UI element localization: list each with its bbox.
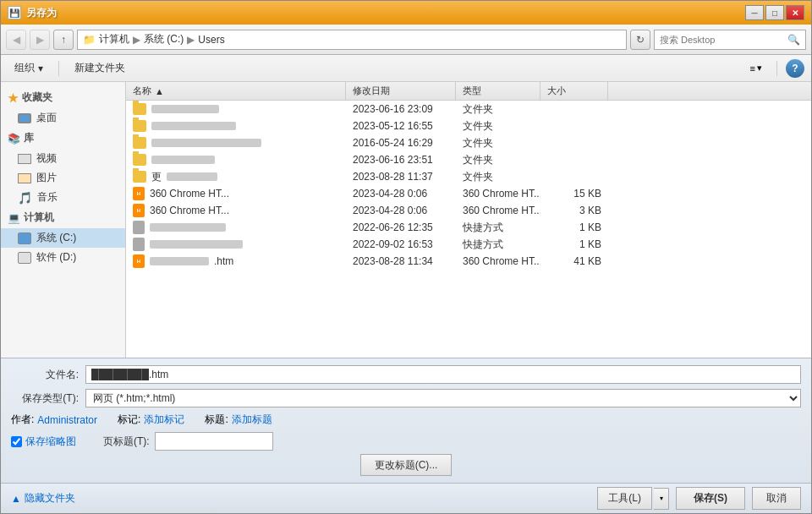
file-name-cell — [126, 134, 346, 151]
folder-icon — [133, 154, 146, 166]
breadcrumb-computer[interactable]: 计算机 — [99, 32, 129, 46]
author-item: 作者: Administrator — [11, 413, 97, 427]
file-date-cell: 2022-06-26 12:35 — [346, 219, 456, 236]
search-icon: 🔍 — [787, 34, 800, 46]
up-button[interactable]: ↑ — [53, 30, 74, 50]
file-size-cell — [540, 101, 608, 118]
file-type-cell: 360 Chrome HT... — [456, 253, 540, 270]
file-name — [151, 122, 236, 130]
add-tag-link[interactable]: 添加标记 — [144, 413, 184, 427]
view-icon: ≡ — [750, 63, 755, 74]
hide-folder-label: 隐藏文件夹 — [25, 491, 75, 506]
breadcrumb-drive[interactable]: 系统 (C:) — [144, 32, 184, 46]
table-row[interactable]: 2016-05-24 16:29 文件夹 — [126, 134, 811, 151]
new-folder-button[interactable]: 新建文件夹 — [68, 58, 132, 78]
maximize-button[interactable]: □ — [765, 5, 784, 20]
shortcut-icon — [133, 238, 145, 251]
file-name — [150, 240, 243, 249]
sidebar-item-music[interactable]: 🎵 音乐 — [1, 188, 125, 207]
file-name-blurred — [150, 257, 209, 265]
file-date-cell: 2023-04-28 0:06 — [346, 202, 456, 219]
sidebar-item-drive-d[interactable]: 软件 (D:) — [1, 248, 125, 267]
file-name-cell — [126, 236, 346, 253]
file-date-cell: 2022-09-02 16:53 — [346, 236, 456, 253]
col-header-size[interactable]: 大小 — [540, 82, 608, 100]
table-row[interactable]: 2022-09-02 16:53 快捷方式 1 KB — [126, 236, 811, 253]
sidebar-item-picture[interactable]: 图片 — [1, 168, 125, 188]
sidebar-item-desktop[interactable]: 桌面 — [1, 108, 125, 128]
save-thumbnail-label[interactable]: 保存缩略图 — [11, 435, 76, 449]
close-button[interactable]: ✕ — [786, 5, 804, 20]
tools-dropdown-button[interactable]: ▾ — [654, 488, 669, 510]
organize-button[interactable]: 组织 ▾ — [8, 58, 50, 78]
tag-label: 标记: — [118, 413, 140, 427]
page-title-input[interactable] — [155, 432, 273, 451]
sidebar-item-picture-label: 图片 — [36, 171, 57, 185]
file-date-cell: 2023-05-12 16:55 — [346, 118, 456, 134]
html-icon: H — [133, 204, 145, 217]
thumbnail-row: 保存缩略图 页标题(T): — [11, 432, 801, 451]
favorites-section: ★ 收藏夹 — [1, 87, 125, 108]
save-button[interactable]: 保存(S) — [676, 487, 745, 510]
refresh-button[interactable]: ↻ — [630, 30, 650, 50]
view-button[interactable]: ≡ ▾ — [744, 59, 768, 77]
sidebar-item-video-label: 视频 — [36, 151, 57, 166]
table-row[interactable]: 2023-06-16 23:51 文件夹 — [126, 151, 811, 168]
folder-icon — [133, 171, 146, 183]
meta-row: 作者: Administrator 标记: 添加标记 标题: 添加标题 — [11, 413, 801, 427]
table-row[interactable]: H .htm 2023-08-28 11:34 360 Chrome HT...… — [126, 253, 811, 270]
breadcrumb-folder[interactable]: Users — [198, 34, 224, 46]
title-controls: ─ □ ✕ — [745, 5, 804, 20]
table-row[interactable]: 2022-06-26 12:35 快捷方式 1 KB — [126, 219, 811, 236]
search-input[interactable] — [660, 35, 784, 45]
back-button[interactable]: ◀ — [6, 30, 26, 50]
minimize-button[interactable]: ─ — [745, 5, 764, 20]
breadcrumb[interactable]: 📁 计算机 ▶ 系统 (C:) ▶ Users — [77, 30, 627, 50]
filename-input[interactable] — [85, 365, 801, 384]
video-icon — [18, 154, 31, 164]
change-title-button[interactable]: 更改标题(C)... — [360, 454, 453, 476]
col-header-type[interactable]: 类型 — [456, 82, 540, 100]
file-type-cell: 文件夹 — [456, 168, 540, 185]
bottom-panel: 文件名: 保存类型(T): 网页 (*.htm;*.html) 作者: Admi… — [1, 358, 811, 483]
breadcrumb-folder-icon: 📁 — [83, 34, 96, 46]
file-name — [151, 105, 219, 113]
library-label: 库 — [24, 131, 34, 145]
folder-icon — [133, 103, 146, 115]
table-row[interactable]: 更 2023-08-28 11:37 文件夹 — [126, 168, 811, 185]
file-name — [150, 223, 226, 232]
toolbar: 组织 ▾ 新建文件夹 ≡ ▾ ? — [1, 55, 811, 82]
tools-button[interactable]: 工具(L) — [597, 487, 652, 510]
col-header-date[interactable]: 修改日期 — [346, 82, 456, 100]
sidebar-item-drive-d-label: 软件 (D:) — [36, 250, 76, 265]
file-date-cell: 2023-06-16 23:51 — [346, 151, 456, 168]
table-row[interactable]: 2023-06-16 23:09 文件夹 — [126, 101, 811, 118]
table-row[interactable]: H 360 Chrome HT... 2023-04-28 0:06 360 C… — [126, 185, 811, 202]
col-header-name[interactable]: 名称 ▲ — [126, 82, 346, 100]
table-row[interactable]: 2023-05-12 16:55 文件夹 — [126, 118, 811, 134]
sidebar-item-drive-c[interactable]: 系统 (C:) — [1, 228, 125, 248]
hide-folder-toggle[interactable]: ▲ 隐藏文件夹 — [11, 491, 75, 506]
column-headers: 名称 ▲ 修改日期 类型 大小 — [126, 82, 811, 101]
help-button[interactable]: ? — [786, 59, 804, 78]
save-thumbnail-checkbox[interactable] — [11, 436, 22, 447]
sidebar-item-video[interactable]: 视频 — [1, 149, 125, 168]
computer-section: 💻 计算机 — [1, 207, 125, 228]
forward-button[interactable]: ▶ — [30, 30, 50, 50]
music-icon: 🎵 — [18, 191, 32, 205]
add-title-link[interactable]: 添加标题 — [232, 413, 272, 427]
footer: ▲ 隐藏文件夹 工具(L) ▾ 保存(S) 取消 — [1, 483, 811, 513]
sidebar-item-drive-c-label: 系统 (C:) — [36, 231, 76, 245]
filetype-select[interactable]: 网页 (*.htm;*.html) — [85, 389, 801, 407]
file-name-cell: H 360 Chrome HT... — [126, 202, 346, 219]
author-value: Administrator — [37, 414, 97, 426]
breadcrumb-sep2: ▶ — [187, 34, 195, 46]
table-row[interactable]: H 360 Chrome HT... 2023-04-28 0:06 360 C… — [126, 202, 811, 219]
file-type-cell: 快捷方式 — [456, 236, 540, 253]
cancel-button[interactable]: 取消 — [752, 487, 801, 510]
help-icon: ? — [792, 63, 798, 74]
save-as-dialog: 💾 另存为 ─ □ ✕ ◀ ▶ ↑ 📁 计算机 ▶ 系统 (C:) ▶ User… — [0, 0, 812, 514]
sidebar: ★ 收藏夹 桌面 📚 库 视频 图片 🎵 音乐 — [1, 82, 126, 358]
file-type-cell: 文件夹 — [456, 151, 540, 168]
organize-dropdown-icon: ▾ — [38, 63, 43, 74]
